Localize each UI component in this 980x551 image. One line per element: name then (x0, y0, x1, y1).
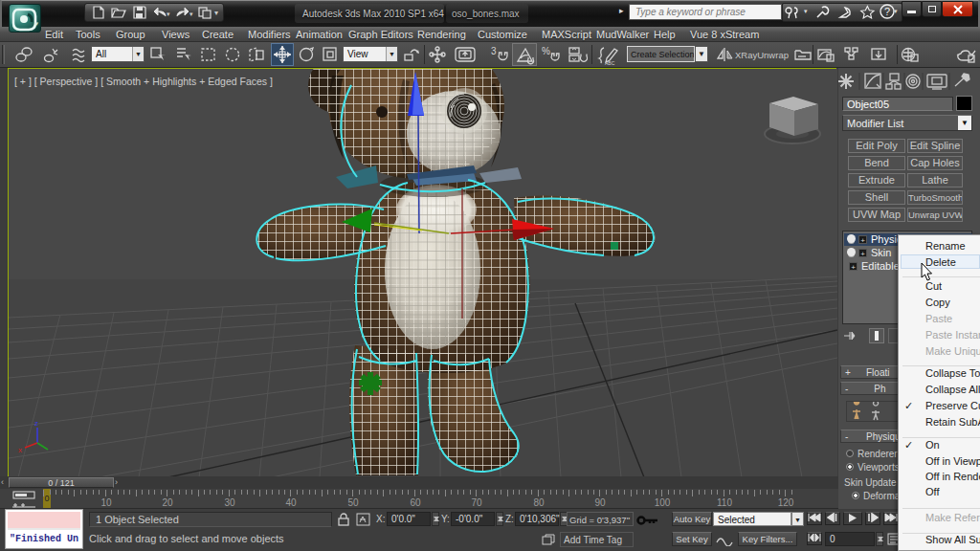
svg-text:[ + ] [ Perspective ] [ Smooth: [ + ] [ Perspective ] [ Smooth + Highlig… (14, 76, 273, 87)
svg-text:z: z (34, 419, 38, 428)
svg-text:?: ? (884, 6, 890, 17)
svg-text:ABC: ABC (605, 60, 615, 66)
svg-text:x: x (18, 446, 22, 454)
svg-text:3: 3 (491, 46, 497, 56)
svg-text:%: % (542, 46, 550, 56)
